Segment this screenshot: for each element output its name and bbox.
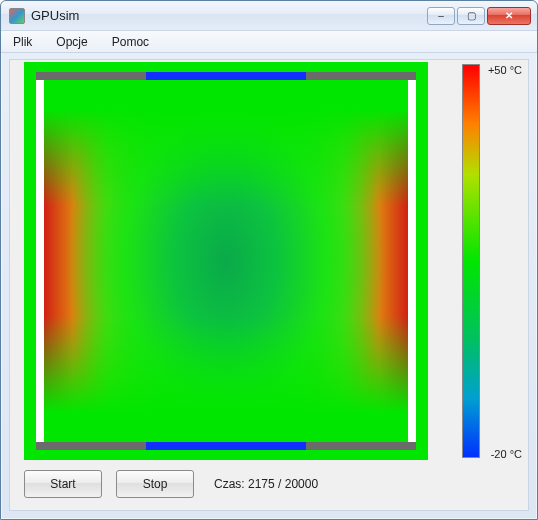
- window-title: GPUsim: [31, 8, 427, 23]
- window-buttons: – ▢ ✕: [427, 7, 531, 25]
- menu-options[interactable]: Opcje: [52, 33, 91, 51]
- app-icon: [9, 8, 25, 24]
- maximize-button[interactable]: ▢: [457, 7, 485, 25]
- legend-min-label: -20 °C: [491, 448, 522, 460]
- simulation-canvas: [24, 62, 428, 460]
- client-area: +50 °C -20 °C Start Stop Czas: 2175 / 20…: [9, 59, 529, 511]
- sim-border: [36, 72, 416, 450]
- heatmap: [44, 80, 408, 442]
- controls-row: Start Stop Czas: 2175 / 20000: [24, 470, 318, 498]
- menubar: Plik Opcje Pomoc: [1, 31, 537, 53]
- time-status: Czas: 2175 / 20000: [214, 477, 318, 491]
- boundary-bottom: [146, 442, 306, 450]
- close-button[interactable]: ✕: [487, 7, 531, 25]
- menu-help[interactable]: Pomoc: [108, 33, 153, 51]
- color-legend: [462, 64, 480, 458]
- boundary-top: [146, 72, 306, 80]
- menu-file[interactable]: Plik: [9, 33, 36, 51]
- boundary-right: [408, 80, 416, 442]
- titlebar[interactable]: GPUsim – ▢ ✕: [1, 1, 537, 31]
- minimize-button[interactable]: –: [427, 7, 455, 25]
- stop-button[interactable]: Stop: [116, 470, 194, 498]
- legend-max-label: +50 °C: [488, 64, 522, 76]
- boundary-left: [36, 80, 44, 442]
- start-button[interactable]: Start: [24, 470, 102, 498]
- app-window: GPUsim – ▢ ✕ Plik Opcje Pomoc +50 °C -20…: [0, 0, 538, 520]
